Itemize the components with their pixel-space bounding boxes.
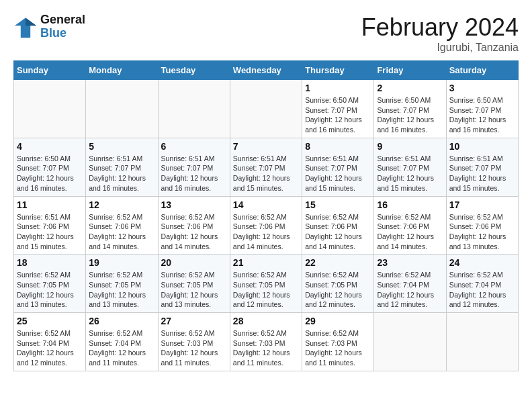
day-number: 14 [233, 199, 299, 210]
logo-icon [13, 15, 38, 39]
day-number: 2 [377, 83, 443, 93]
logo-line1: General [40, 13, 85, 27]
cell-info: Sunrise: 6:52 AMSunset: 7:06 PMDaylight:… [305, 212, 371, 252]
weekday-header-saturday: Saturday [446, 61, 518, 80]
day-number: 6 [161, 141, 227, 152]
cell-info: Sunrise: 6:52 AMSunset: 7:06 PMDaylight:… [377, 212, 443, 252]
cell-info: Sunrise: 6:51 AMSunset: 7:07 PMDaylight:… [377, 154, 443, 193]
cell-info: Sunrise: 6:52 AMSunset: 7:04 PMDaylight:… [89, 328, 154, 368]
day-number: 8 [305, 141, 371, 152]
calendar-cell: 15 Sunrise: 6:52 AMSunset: 7:06 PMDaylig… [302, 196, 374, 255]
cell-info: Sunrise: 6:50 AMSunset: 7:07 PMDaylight:… [377, 95, 443, 135]
calendar-cell: 17 Sunrise: 6:52 AMSunset: 7:06 PMDaylig… [446, 196, 518, 255]
weekday-header-friday: Friday [374, 61, 446, 80]
title-section: February 2024 Igurubi, Tanzania [361, 13, 519, 54]
calendar-cell [230, 80, 302, 138]
day-number: 7 [233, 141, 299, 152]
day-number: 15 [305, 199, 371, 210]
weekday-header-wednesday: Wednesday [230, 61, 302, 80]
cell-info: Sunrise: 6:51 AMSunset: 7:06 PMDaylight:… [17, 212, 83, 252]
svg-marker-1 [26, 17, 36, 26]
calendar-cell: 4 Sunrise: 6:50 AMSunset: 7:07 PMDayligh… [14, 138, 86, 196]
cell-info: Sunrise: 6:50 AMSunset: 7:07 PMDaylight:… [305, 95, 371, 135]
cell-info: Sunrise: 6:52 AMSunset: 7:04 PMDaylight:… [377, 270, 443, 310]
calendar-cell [374, 313, 446, 371]
weekday-header-thursday: Thursday [302, 61, 374, 80]
day-number: 26 [89, 316, 154, 326]
calendar-cell: 6 Sunrise: 6:51 AMSunset: 7:07 PMDayligh… [158, 138, 230, 196]
cell-info: Sunrise: 6:52 AMSunset: 7:06 PMDaylight:… [449, 212, 515, 252]
calendar-cell [86, 80, 158, 138]
calendar-week-row: 4 Sunrise: 6:50 AMSunset: 7:07 PMDayligh… [14, 138, 519, 196]
day-number: 18 [17, 257, 83, 268]
day-number: 24 [449, 257, 515, 268]
calendar-cell: 19 Sunrise: 6:52 AMSunset: 7:05 PMDaylig… [86, 255, 158, 313]
day-number: 12 [89, 199, 154, 210]
day-number: 17 [449, 199, 515, 210]
cell-info: Sunrise: 6:51 AMSunset: 7:07 PMDaylight:… [89, 154, 154, 193]
calendar-week-row: 11 Sunrise: 6:51 AMSunset: 7:06 PMDaylig… [14, 196, 519, 255]
weekday-header-row: SundayMondayTuesdayWednesdayThursdayFrid… [14, 61, 519, 80]
calendar-cell: 26 Sunrise: 6:52 AMSunset: 7:04 PMDaylig… [86, 313, 158, 371]
cell-info: Sunrise: 6:51 AMSunset: 7:07 PMDaylight:… [305, 154, 371, 193]
day-number: 25 [17, 316, 83, 326]
cell-info: Sunrise: 6:50 AMSunset: 7:07 PMDaylight:… [449, 95, 515, 135]
cell-info: Sunrise: 6:52 AMSunset: 7:05 PMDaylight:… [161, 270, 227, 310]
cell-info: Sunrise: 6:52 AMSunset: 7:03 PMDaylight:… [161, 328, 227, 368]
day-number: 29 [305, 316, 371, 326]
calendar-cell [158, 80, 230, 138]
calendar-cell: 14 Sunrise: 6:52 AMSunset: 7:06 PMDaylig… [230, 196, 302, 255]
day-number: 1 [305, 83, 371, 93]
calendar-week-row: 25 Sunrise: 6:52 AMSunset: 7:04 PMDaylig… [14, 313, 519, 371]
calendar-week-row: 18 Sunrise: 6:52 AMSunset: 7:05 PMDaylig… [14, 255, 519, 313]
calendar-cell: 18 Sunrise: 6:52 AMSunset: 7:05 PMDaylig… [14, 255, 86, 313]
month-title: February 2024 [361, 13, 519, 42]
day-number: 3 [449, 83, 515, 93]
day-number: 9 [377, 141, 443, 152]
day-number: 4 [17, 141, 83, 152]
calendar-table: SundayMondayTuesdayWednesdayThursdayFrid… [13, 60, 519, 371]
calendar-cell: 12 Sunrise: 6:52 AMSunset: 7:06 PMDaylig… [86, 196, 158, 255]
cell-info: Sunrise: 6:52 AMSunset: 7:03 PMDaylight:… [305, 328, 371, 368]
cell-info: Sunrise: 6:52 AMSunset: 7:06 PMDaylight:… [161, 212, 227, 252]
cell-info: Sunrise: 6:52 AMSunset: 7:06 PMDaylight:… [233, 212, 299, 252]
calendar-cell: 2 Sunrise: 6:50 AMSunset: 7:07 PMDayligh… [374, 80, 446, 138]
cell-info: Sunrise: 6:52 AMSunset: 7:06 PMDaylight:… [89, 212, 154, 252]
calendar-cell: 7 Sunrise: 6:51 AMSunset: 7:07 PMDayligh… [230, 138, 302, 196]
calendar-cell: 25 Sunrise: 6:52 AMSunset: 7:04 PMDaylig… [14, 313, 86, 371]
logo-line2: Blue [40, 27, 85, 40]
day-number: 5 [89, 141, 154, 152]
calendar-cell: 29 Sunrise: 6:52 AMSunset: 7:03 PMDaylig… [302, 313, 374, 371]
weekday-header-sunday: Sunday [14, 61, 86, 80]
day-number: 20 [161, 257, 227, 268]
cell-info: Sunrise: 6:52 AMSunset: 7:04 PMDaylight:… [17, 328, 83, 368]
day-number: 28 [233, 316, 299, 326]
calendar-cell: 9 Sunrise: 6:51 AMSunset: 7:07 PMDayligh… [374, 138, 446, 196]
calendar-week-row: 1 Sunrise: 6:50 AMSunset: 7:07 PMDayligh… [14, 80, 519, 138]
day-number: 27 [161, 316, 227, 326]
cell-info: Sunrise: 6:52 AMSunset: 7:05 PMDaylight:… [233, 270, 299, 310]
cell-info: Sunrise: 6:52 AMSunset: 7:05 PMDaylight:… [17, 270, 83, 310]
cell-info: Sunrise: 6:51 AMSunset: 7:07 PMDaylight:… [161, 154, 227, 193]
day-number: 10 [449, 141, 515, 152]
day-number: 23 [377, 257, 443, 268]
calendar-cell: 28 Sunrise: 6:52 AMSunset: 7:03 PMDaylig… [230, 313, 302, 371]
day-number: 11 [17, 199, 83, 210]
cell-info: Sunrise: 6:51 AMSunset: 7:07 PMDaylight:… [449, 154, 515, 193]
day-number: 21 [233, 257, 299, 268]
page-header: General Blue February 2024 Igurubi, Tanz… [13, 13, 519, 54]
calendar-cell: 24 Sunrise: 6:52 AMSunset: 7:04 PMDaylig… [446, 255, 518, 313]
calendar-cell: 1 Sunrise: 6:50 AMSunset: 7:07 PMDayligh… [302, 80, 374, 138]
calendar-cell: 3 Sunrise: 6:50 AMSunset: 7:07 PMDayligh… [446, 80, 518, 138]
cell-info: Sunrise: 6:50 AMSunset: 7:07 PMDaylight:… [17, 154, 83, 193]
calendar-cell [14, 80, 86, 138]
day-number: 19 [89, 257, 154, 268]
calendar-cell: 27 Sunrise: 6:52 AMSunset: 7:03 PMDaylig… [158, 313, 230, 371]
calendar-cell: 16 Sunrise: 6:52 AMSunset: 7:06 PMDaylig… [374, 196, 446, 255]
calendar-cell [446, 313, 518, 371]
calendar-cell: 20 Sunrise: 6:52 AMSunset: 7:05 PMDaylig… [158, 255, 230, 313]
weekday-header-tuesday: Tuesday [158, 61, 230, 80]
calendar-cell: 10 Sunrise: 6:51 AMSunset: 7:07 PMDaylig… [446, 138, 518, 196]
calendar-cell: 8 Sunrise: 6:51 AMSunset: 7:07 PMDayligh… [302, 138, 374, 196]
cell-info: Sunrise: 6:52 AMSunset: 7:05 PMDaylight:… [305, 270, 371, 310]
